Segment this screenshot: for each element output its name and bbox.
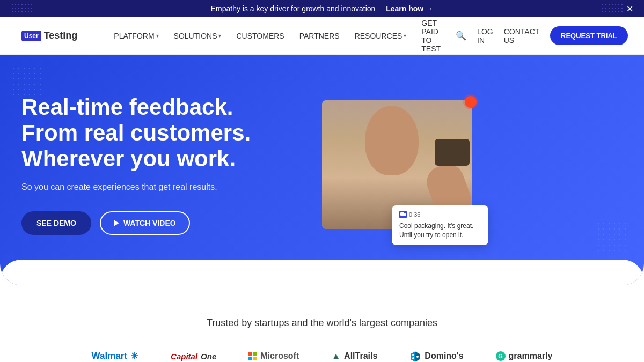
feedback-timestamp: 0:36 xyxy=(399,211,481,218)
ms-green xyxy=(253,352,257,356)
contact-label: CONTACT US xyxy=(504,27,539,45)
person-face xyxy=(365,106,419,175)
trusted-title: Trusted by startups and the world's larg… xyxy=(21,317,623,329)
chevron-down-icon: ▾ xyxy=(156,33,159,39)
grammarly-text: grammarly xyxy=(509,351,553,361)
request-trial-label: REQUEST TRIAL xyxy=(561,32,617,40)
hero-dots-bottom-right xyxy=(596,221,628,253)
watch-video-label: WATCH VIDEO xyxy=(123,219,176,227)
banner-link-label: Learn how xyxy=(386,4,423,13)
svg-marker-1 xyxy=(404,213,406,216)
microsoft-logo: Microsoft xyxy=(248,351,299,361)
main-nav: PLATFORM ▾ SOLUTIONS ▾ CUSTOMERS PARTNER… xyxy=(114,19,441,53)
play-icon xyxy=(114,220,119,226)
search-icon: 🔍 xyxy=(456,31,466,40)
hero-image-container: 0:36 Cool packaging. It's great. Until y… xyxy=(322,100,472,229)
video-icon xyxy=(399,211,407,218)
nav-partners[interactable]: PARTNERS xyxy=(299,32,340,40)
alltrails-logo: ▲ AllTrails xyxy=(331,351,377,362)
hero-content: Real-time feedback.From real customers.W… xyxy=(21,94,290,235)
microsoft-text: Microsoft xyxy=(260,351,299,361)
logo-box: User xyxy=(21,31,41,41)
nav-solutions[interactable]: SOLUTIONS ▾ xyxy=(174,32,222,40)
nav-platform[interactable]: PLATFORM ▾ xyxy=(114,32,158,40)
svg-marker-3 xyxy=(411,351,415,362)
alltrails-text: AllTrails xyxy=(344,351,377,361)
nav-partners-label: PARTNERS xyxy=(299,32,340,40)
nav-customers-label: CUSTOMERS xyxy=(236,32,284,40)
dominos-icon xyxy=(409,350,421,362)
ms-yellow xyxy=(253,357,257,360)
walmart-logo: Walmart ✳ xyxy=(92,350,138,362)
nav-solutions-label: SOLUTIONS xyxy=(174,32,217,40)
nav-right: 🔍 LOG IN CONTACT US REQUEST TRIAL xyxy=(456,26,628,45)
grammarly-logo: G grammarly xyxy=(496,351,553,361)
svg-point-5 xyxy=(412,357,414,359)
chevron-down-icon: ▾ xyxy=(218,33,221,39)
banner-text: Empathy is a key driver for growth and i… xyxy=(211,4,376,13)
hero-title: Real-time feedback.From real customers.W… xyxy=(21,94,290,172)
capitalone-logo: Capital One xyxy=(171,352,216,361)
logo-link[interactable]: User Testing xyxy=(21,30,77,41)
capitalone-logo-text: Capital xyxy=(171,352,197,361)
nav-get-paid-label: GET PAID TO TEST xyxy=(421,19,441,53)
see-demo-button[interactable]: SEE DEMO xyxy=(21,211,91,235)
product-item xyxy=(435,139,470,166)
feedback-time-value: 0:36 xyxy=(409,211,420,218)
ms-red xyxy=(248,352,252,356)
login-link[interactable]: LOG IN xyxy=(477,27,493,45)
walmart-star-icon: ✳ xyxy=(130,350,138,362)
banner-link[interactable]: Learn how → xyxy=(386,4,433,13)
hero-subtitle: So you can create experiences that get r… xyxy=(21,182,290,192)
nav-platform-label: PLATFORM xyxy=(114,32,154,40)
banner-dots-left xyxy=(11,3,32,14)
login-label: LOG IN xyxy=(477,27,493,45)
svg-point-4 xyxy=(412,354,414,356)
hero-dots-top-left xyxy=(11,65,43,98)
feedback-quote: Cool packaging. It's great. Until you tr… xyxy=(399,221,481,240)
brand-logos: Walmart ✳ Capital One Microsoft ▲ AllTra… xyxy=(21,350,623,362)
banner-dots-right xyxy=(601,3,623,14)
nav-resources[interactable]: RESOURCES ▾ xyxy=(355,32,407,40)
capitalone-one: One xyxy=(201,352,216,361)
record-indicator xyxy=(465,96,477,108)
chevron-down-icon: ▾ xyxy=(404,33,406,39)
nav-customers[interactable]: CUSTOMERS xyxy=(236,32,284,40)
announcement-banner: Empathy is a key driver for growth and i… xyxy=(0,0,644,17)
logo-text: Testing xyxy=(44,30,78,41)
see-demo-label: SEE DEMO xyxy=(36,219,76,227)
walmart-logo-text: Walmart xyxy=(92,351,127,361)
alltrails-icon: ▲ xyxy=(331,351,341,362)
watch-video-button[interactable]: WATCH VIDEO xyxy=(100,211,190,235)
banner-arrow: → xyxy=(426,4,433,13)
nav-resources-label: RESOURCES xyxy=(355,32,402,40)
grammarly-icon: G xyxy=(496,351,506,361)
hero-buttons: SEE DEMO WATCH VIDEO xyxy=(21,211,290,235)
hero-section: Real-time feedback.From real customers.W… xyxy=(0,55,644,285)
main-navbar: User Testing PLATFORM ▾ SOLUTIONS ▾ CUST… xyxy=(0,17,644,55)
feedback-card: 0:36 Cool packaging. It's great. Until y… xyxy=(392,205,488,245)
close-banner-button[interactable]: ✕ xyxy=(626,4,633,14)
trusted-section: Trusted by startups and the world's larg… xyxy=(0,285,644,362)
ms-blue xyxy=(248,357,252,360)
request-trial-button[interactable]: REQUEST TRIAL xyxy=(550,26,628,45)
svg-rect-0 xyxy=(400,212,404,216)
dominos-logo: Domino's xyxy=(409,350,463,362)
search-button[interactable]: 🔍 xyxy=(456,31,466,41)
microsoft-icon xyxy=(248,352,257,360)
svg-point-6 xyxy=(416,356,419,358)
contact-link[interactable]: CONTACT US xyxy=(504,27,539,45)
nav-get-paid[interactable]: GET PAID TO TEST xyxy=(421,19,441,53)
hero-media: 0:36 Cool packaging. It's great. Until y… xyxy=(322,100,472,229)
dominos-text: Domino's xyxy=(425,351,463,361)
